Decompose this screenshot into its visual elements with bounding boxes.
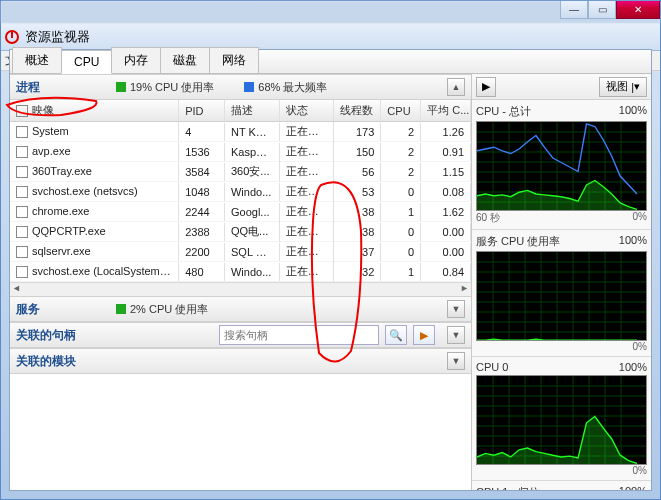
freq-color-icon [244,82,254,92]
mini-chart: CPU - 总计100%60 秒0% [472,100,651,230]
section-services[interactable]: 服务 2% CPU 使用率 ▼ [10,296,471,322]
chart-foot-right: 0% [633,341,647,352]
expand-button[interactable]: ▼ [447,326,465,344]
row-checkbox[interactable] [16,266,28,278]
maximize-button[interactable]: ▭ [588,1,616,19]
mini-chart: CPU 0100%0% [472,357,651,481]
col-pid[interactable]: PID [179,100,225,121]
col-cpu[interactable]: CPU [381,100,421,121]
process-rows: System4NT Ker...正在运行17321.26avp.exe1536K… [10,122,471,282]
chart-title: 服务 CPU 使用率 [476,234,560,249]
app-icon [5,30,19,44]
section-title: 关联的模块 [16,353,76,370]
checkbox-all[interactable] [16,105,28,117]
chart-max: 100% [619,485,647,490]
chart-foot-right: 0% [633,465,647,476]
search-next-button[interactable]: ▶ [413,325,435,345]
tabstrip: 概述 CPU 内存 磁盘 网络 [10,50,651,74]
charts-panel: CPU - 总计100%60 秒0%服务 CPU 使用率100%0%CPU 01… [472,100,651,490]
chart-max: 100% [619,234,647,249]
table-row[interactable]: svchost.exe (netsvcs)1048Windo...正在运行530… [10,182,471,202]
table-row[interactable]: sqlservr.exe2200SQL Se...正在运行3700.00 [10,242,471,262]
close-button[interactable]: ✕ [616,1,660,19]
max-freq-stat: 68% 最大频率 [244,80,327,95]
col-avgcpu[interactable]: 平均 C... [421,100,471,121]
chart-title: CPU 0 [476,361,508,373]
row-checkbox[interactable] [16,166,28,178]
section-processes[interactable]: 进程 19% CPU 使用率 68% 最大频率 ▲ [10,74,471,100]
stat-label: 2% CPU 使用率 [130,302,208,317]
usage-color-icon [116,82,126,92]
mini-chart: CPU 1 - 归位100% [472,481,651,490]
horizontal-scrollbar[interactable] [10,282,471,296]
row-checkbox[interactable] [16,206,28,218]
chart-title: CPU 1 - 归位 [476,485,540,490]
collapse-button[interactable]: ▲ [447,78,465,96]
row-checkbox[interactable] [16,226,28,238]
right-toolbar: ▶ 视图 |▾ [472,74,651,100]
charts-collapse-button[interactable]: ▶ [476,77,496,97]
tab-cpu[interactable]: CPU [61,50,112,74]
tab-memory[interactable]: 内存 [111,47,161,73]
col-image[interactable]: 映像 [10,100,179,121]
titlebar[interactable]: 资源监视器 [1,23,660,51]
services-cpu-stat: 2% CPU 使用率 [116,302,208,317]
row-checkbox[interactable] [16,146,28,158]
stat-label: 68% 最大频率 [258,80,327,95]
table-row[interactable]: 360Tray.exe3584360安...正在运行5621.15 [10,162,471,182]
chart-foot-left: 60 秒 [476,211,500,225]
table-row[interactable]: svchost.exe (LocalSystemN...480Windo...正… [10,262,471,282]
section-title: 服务 [16,301,86,318]
grid-header: 映像 PID 描述 状态 线程数 CPU 平均 C... [10,100,471,122]
tab-disk[interactable]: 磁盘 [160,47,210,73]
tab-overview[interactable]: 概述 [12,47,62,73]
chart-max: 100% [619,104,647,119]
tab-network[interactable]: 网络 [209,47,259,73]
chart-plot [476,121,647,211]
chart-max: 100% [619,361,647,373]
col-threads[interactable]: 线程数 [334,100,382,121]
table-row[interactable]: QQPCRTP.exe2388QQ电...正在运行3800.00 [10,222,471,242]
chart-title: CPU - 总计 [476,104,531,119]
stat-label: 19% CPU 使用率 [130,80,214,95]
section-title: 关联的句柄 [16,327,76,344]
chart-foot-right: 0% [633,211,647,225]
minimize-button[interactable]: — [560,1,588,19]
view-button[interactable]: 视图 |▾ [599,77,647,97]
section-title: 进程 [16,79,86,96]
expand-button[interactable]: ▼ [447,352,465,370]
col-desc[interactable]: 描述 [225,100,280,121]
mini-chart: 服务 CPU 使用率100%0% [472,230,651,357]
expand-button[interactable]: ▼ [447,300,465,318]
window-title: 资源监视器 [25,28,90,46]
window-controls: — ▭ ✕ [560,1,660,19]
table-row[interactable]: chrome.exe2244Googl...正在运行3811.62 [10,202,471,222]
cpu-usage-stat: 19% CPU 使用率 [116,80,214,95]
section-handles[interactable]: 关联的句柄 🔍 ▶ ▼ [10,322,471,348]
table-row[interactable]: avp.exe1536Kasper...正在运行15020.91 [10,142,471,162]
row-checkbox[interactable] [16,186,28,198]
chart-plot [476,375,647,465]
usage-color-icon [116,304,126,314]
search-button[interactable]: 🔍 [385,325,407,345]
table-row[interactable]: System4NT Ker...正在运行17321.26 [10,122,471,142]
section-modules[interactable]: 关联的模块 ▼ [10,348,471,374]
col-status[interactable]: 状态 [280,100,334,121]
row-checkbox[interactable] [16,126,28,138]
chart-plot [476,251,647,341]
search-handles-input[interactable] [219,325,379,345]
row-checkbox[interactable] [16,246,28,258]
